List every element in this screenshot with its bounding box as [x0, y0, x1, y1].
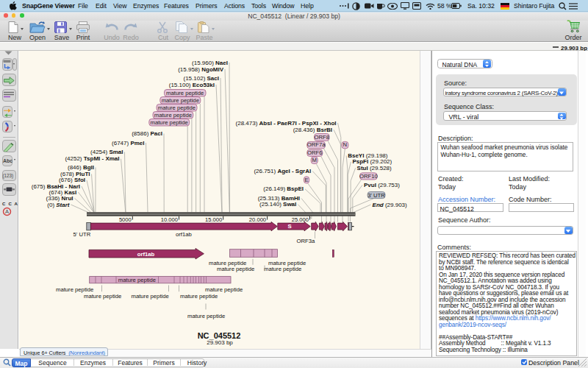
svg-text:ORF7a: ORF7a	[307, 141, 326, 148]
svg-text:25.000: 25.000	[292, 216, 309, 223]
svg-text:mature peptide: mature peptide	[180, 293, 218, 300]
svg-text:10.000: 10.000	[161, 216, 178, 223]
svg-text:(15.102) SacI: (15.102) SacI	[184, 75, 220, 82]
svg-text:mature peptide: mature peptide	[158, 105, 196, 111]
svg-text:(6747) PmeI: (6747) PmeI	[112, 140, 144, 146]
svg-text:ORF8: ORF8	[315, 134, 330, 141]
svg-text:(8586) PacI: (8586) PacI	[132, 130, 162, 137]
svg-text:(25.140) SwaI: (25.140) SwaI	[259, 201, 296, 208]
svg-text:mature peptide: mature peptide	[84, 293, 121, 300]
svg-text:20.000: 20.000	[249, 216, 266, 223]
svg-text:29.903 bp: 29.903 bp	[207, 339, 233, 346]
svg-text:(26.751) AgeI - SgrAI: (26.751) AgeI - SgrAI	[254, 168, 311, 174]
svg-text:(15.100) Eco53kI: (15.100) Eco53kI	[169, 82, 215, 88]
svg-text:(28.436) BsrBI: (28.436) BsrBI	[293, 127, 332, 133]
svg-text:3' UTR: 3' UTR	[368, 192, 385, 199]
svg-text:A: A	[5, 208, 9, 215]
svg-text:15.000: 15.000	[205, 216, 222, 223]
svg-text:(15.960) NaeI: (15.960) NaeI	[192, 60, 228, 66]
svg-text:(0) Start: (0) Start	[47, 202, 70, 208]
svg-text:ORF3a: ORF3a	[297, 238, 316, 244]
svg-text:(15.958) NgoMIV: (15.958) NgoMIV	[178, 66, 223, 73]
svg-text:mature peptide: mature peptide	[217, 266, 254, 272]
svg-text:ORF6: ORF6	[307, 149, 323, 156]
svg-text:mature peptide: mature peptide	[166, 90, 204, 96]
svg-text:orf1ab: orf1ab	[137, 251, 155, 258]
svg-text:(28.473) AbsI - PaeR7I - PspXI: (28.473) AbsI - PaeR7I - PspXI - XhoI	[236, 120, 337, 127]
svg-text:(26.149) BspEI: (26.149) BspEI	[263, 185, 304, 192]
svg-text:mature peptide: mature peptide	[162, 97, 199, 104]
svg-text:mature peptide: mature peptide	[187, 313, 225, 319]
svg-text:ORF10: ORF10	[359, 173, 378, 180]
svg-text:End (29.903): End (29.903)	[373, 202, 407, 208]
svg-text:mature peptide: mature peptide	[264, 266, 301, 272]
svg-text:NC_045512: NC_045512	[198, 331, 241, 340]
svg-text:orf1ab: orf1ab	[176, 231, 192, 238]
svg-text:5000: 5000	[119, 216, 132, 223]
svg-text:mature peptide: mature peptide	[151, 119, 188, 126]
svg-text:E: E	[304, 177, 308, 183]
svg-text:mature peptide: mature peptide	[132, 293, 169, 300]
svg-text:(846) BglI: (846) BglI	[68, 164, 94, 171]
svg-text:PvuI (29.753): PvuI (29.753)	[364, 182, 400, 188]
svg-text:mature peptide: mature peptide	[118, 277, 156, 283]
svg-text:mature peptide: mature peptide	[154, 112, 192, 118]
svg-text:S: S	[287, 223, 291, 230]
svg-text:M: M	[312, 157, 317, 163]
svg-text:(4254) SmaI: (4254) SmaI	[90, 149, 123, 155]
svg-text:N: N	[343, 141, 348, 148]
svg-text:(4252) TspMI - XmaI: (4252) TspMI - XmaI	[65, 155, 119, 162]
svg-text:5' UTR: 5' UTR	[74, 231, 91, 238]
svg-text:StuI (29.528): StuI (29.528)	[357, 165, 392, 171]
